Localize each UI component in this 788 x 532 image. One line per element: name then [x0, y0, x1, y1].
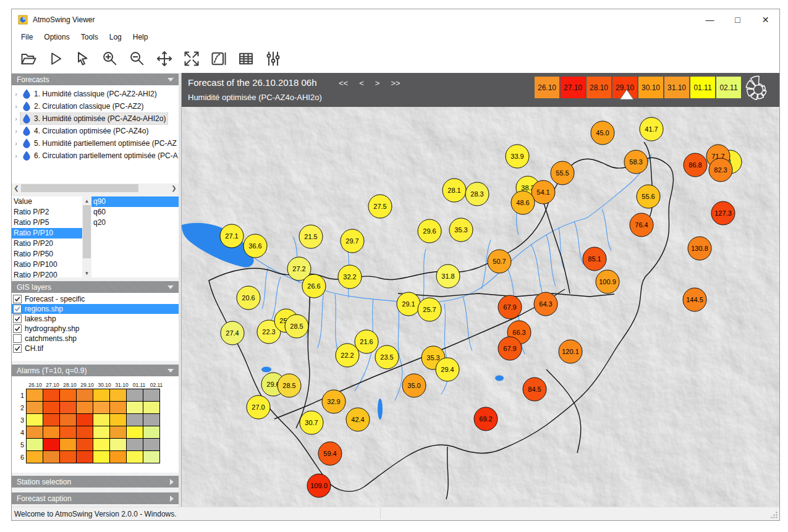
date-button-28-10[interactable]: 28.10: [587, 77, 611, 98]
station-marker[interactable]: 69.2: [474, 407, 498, 431]
station-marker[interactable]: 109.0: [307, 474, 331, 497]
station-marker[interactable]: 55.6: [637, 185, 660, 208]
value-list-vscrollbar[interactable]: ▲ ▼: [82, 196, 91, 277]
value-option-ratio-p-p20[interactable]: Ratio P/P20: [12, 239, 82, 249]
next-date-button[interactable]: >: [374, 78, 381, 88]
date-button-01-11[interactable]: 01.11: [690, 77, 715, 98]
expand-chevron-icon[interactable]: ›: [12, 90, 20, 98]
gis-layer-hydrography-shp[interactable]: hydrography.shp: [12, 324, 179, 334]
forecast-tree-item-4[interactable]: ›4. Circulation optimisée (PC-AZ4o): [12, 125, 179, 137]
alarm-cell-r5-c5[interactable]: [93, 438, 110, 451]
menu-help[interactable]: Help: [127, 32, 154, 43]
station-marker[interactable]: 27.5: [368, 195, 392, 218]
alarm-cell-r6-c1[interactable]: [26, 450, 43, 463]
alarm-cell-r4-c6[interactable]: [109, 426, 127, 439]
alarm-cell-r6-c2[interactable]: [43, 450, 60, 463]
station-marker[interactable]: 64.3: [534, 292, 557, 316]
resize-grip-icon[interactable]: [770, 511, 778, 519]
zoom-out-button[interactable]: [125, 47, 149, 70]
alarm-cell-r1-c4[interactable]: [76, 389, 93, 402]
menu-options[interactable]: Options: [38, 32, 75, 43]
checkbox-checked-icon[interactable]: [13, 315, 22, 323]
alarm-cell-r3-c6[interactable]: [109, 413, 127, 426]
forecast-tree-item-5[interactable]: ›5. Humidité partiellement optimisée (PC…: [12, 137, 179, 150]
alarm-cell-r4-c2[interactable]: [43, 426, 60, 439]
station-marker[interactable]: 55.5: [551, 161, 574, 185]
preferences-sliders-button[interactable]: [261, 47, 285, 70]
plot-frame-button[interactable]: [207, 47, 231, 70]
alarm-cell-r5-c3[interactable]: [59, 438, 77, 451]
gis-layers-panel-header[interactable]: GIS layers: [12, 281, 179, 293]
alarm-cell-r6-c6[interactable]: [109, 450, 127, 463]
station-marker[interactable]: 32.2: [338, 265, 362, 289]
alarm-cell-r2-c6[interactable]: [109, 401, 127, 414]
station-marker[interactable]: 67.9: [498, 295, 522, 319]
gis-layer-lakes-shp[interactable]: lakes.shp: [12, 314, 179, 324]
station-marker[interactable]: 67.9: [498, 337, 522, 360]
map-canvas[interactable]: 45.041.733.955.558.3186.871.782.338.354.…: [182, 73, 779, 507]
first-date-button[interactable]: <<: [337, 78, 349, 88]
scroll-up-icon[interactable]: ▲: [82, 196, 91, 205]
alarm-cell-r6-c5[interactable]: [93, 450, 110, 463]
alarm-cell-r1-c6[interactable]: [109, 389, 127, 402]
station-marker[interactable]: 42.4: [346, 408, 370, 431]
station-marker[interactable]: 45.0: [591, 121, 614, 145]
value-option-ratio-p-p10[interactable]: Ratio P/P10: [12, 228, 82, 239]
menu-tools[interactable]: Tools: [75, 32, 104, 43]
value-option-ratio-p-p2[interactable]: Ratio P/P2: [12, 207, 82, 217]
quantile-option-q60[interactable]: q60: [91, 207, 179, 217]
alarm-cell-r3-c5[interactable]: [93, 413, 110, 426]
run-play-button[interactable]: [44, 47, 67, 70]
station-marker[interactable]: 21.6: [355, 330, 378, 353]
alarm-cell-r5-c7[interactable]: [126, 438, 143, 451]
alarm-cell-r6-c4[interactable]: [76, 450, 93, 463]
alarm-cell-r4-c7[interactable]: [126, 426, 143, 439]
station-marker[interactable]: 86.8: [684, 153, 707, 177]
station-marker[interactable]: 50.7: [488, 250, 511, 273]
alarm-cell-r5-c6[interactable]: [109, 438, 127, 451]
value-option-ratio-p-p5[interactable]: Ratio P/P5: [12, 217, 82, 228]
station-marker[interactable]: 54.1: [532, 180, 555, 204]
alarm-cell-r3-c8[interactable]: [143, 413, 160, 426]
station-marker[interactable]: 21.5: [299, 225, 323, 248]
minimize-button[interactable]: —: [696, 9, 724, 30]
station-marker[interactable]: 29.6: [418, 219, 441, 243]
vscroll-track[interactable]: [82, 205, 91, 269]
forecasts-panel-header[interactable]: Forecasts: [12, 74, 179, 85]
previous-date-button[interactable]: <: [358, 78, 365, 88]
value-option-ratio-p-p100[interactable]: Ratio P/P100: [12, 260, 82, 270]
cursor-select-button[interactable]: [71, 47, 95, 70]
date-button-30-10[interactable]: 30.10: [638, 77, 663, 98]
open-folder-button[interactable]: [17, 47, 40, 70]
menu-file[interactable]: File: [15, 32, 38, 43]
station-marker[interactable]: 127.3: [711, 201, 735, 225]
station-marker[interactable]: 85.1: [583, 247, 606, 271]
station-marker[interactable]: 35.0: [402, 374, 426, 397]
pan-move-button[interactable]: [153, 47, 176, 70]
forecast-tree-item-2[interactable]: ›2. Circulation classique (PC-AZ2): [12, 100, 179, 112]
close-button[interactable]: ✕: [752, 9, 779, 30]
alarm-cell-r5-c8[interactable]: [143, 438, 160, 451]
menu-log[interactable]: Log: [104, 32, 127, 43]
station-marker[interactable]: 120.1: [559, 340, 582, 363]
station-marker[interactable]: 26.6: [302, 274, 326, 298]
scroll-left-icon[interactable]: ❮: [12, 184, 21, 193]
gis-layer-ch-tif[interactable]: CH.tif: [12, 344, 179, 353]
checkbox-checked-icon[interactable]: [13, 305, 22, 313]
alarm-cell-r2-c1[interactable]: [26, 401, 43, 414]
alarm-cell-r1-c2[interactable]: [43, 389, 60, 402]
forecast-tree-item-6[interactable]: ›6. Circulation partiellement optimisée …: [12, 150, 179, 162]
value-option-value[interactable]: Value: [12, 196, 82, 207]
value-option-ratio-p-p200[interactable]: Ratio P/P200: [12, 270, 82, 277]
quantile-option-q20[interactable]: q20: [91, 217, 179, 228]
alarm-cell-r1-c5[interactable]: [93, 389, 110, 402]
alarm-cell-r2-c8[interactable]: [143, 401, 160, 414]
checkbox-checked-icon[interactable]: [13, 295, 22, 303]
alarm-cell-r5-c4[interactable]: [76, 438, 93, 451]
data-grid-button[interactable]: [234, 47, 258, 70]
station-marker[interactable]: 48.6: [511, 191, 535, 214]
station-marker[interactable]: 23.5: [375, 345, 399, 369]
forecast-caption-panel-header[interactable]: Forecast caption: [12, 492, 179, 504]
station-selection-panel-header[interactable]: Station selection: [12, 476, 179, 488]
alarm-cell-r4-c8[interactable]: [143, 426, 160, 439]
